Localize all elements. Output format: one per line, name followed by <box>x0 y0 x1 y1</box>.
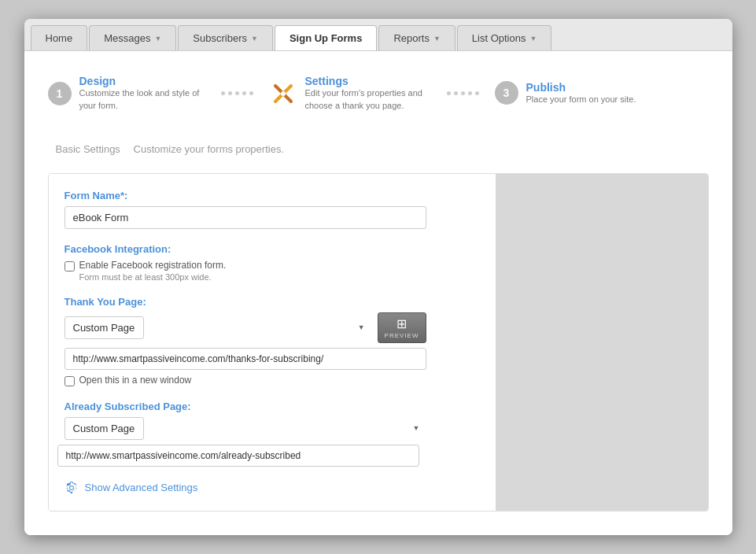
facebook-checkbox-label: Enable Facebook registration form. <box>79 260 227 271</box>
step-1-desc: Customize the look and style of your for… <box>79 87 205 112</box>
advanced-settings-label: Show Advanced Settings <box>85 482 198 493</box>
already-url-input[interactable] <box>57 445 419 467</box>
form-name-input[interactable] <box>65 206 426 229</box>
facebook-label: Facebook Integration: <box>65 243 480 255</box>
top-nav: Home Messages ▼ Subscribers ▼ Sign Up Fo… <box>24 19 732 51</box>
step-dots-1 <box>221 91 253 95</box>
step-3-desc: Place your form on your site. <box>526 94 636 105</box>
main-content: 1 Design Customize the look and style of… <box>24 51 732 535</box>
step-design: 1 Design Customize the look and style of… <box>48 75 205 112</box>
list-options-dropdown-arrow: ▼ <box>529 35 537 42</box>
svg-point-2 <box>281 91 286 96</box>
step-publish: 3 Publish Place your form on your site. <box>495 81 636 105</box>
step-1-number: 1 <box>48 82 72 105</box>
thankyou-url-input[interactable] <box>65 348 426 370</box>
messages-dropdown-arrow: ▼ <box>154 35 161 42</box>
advanced-settings-link[interactable]: Show Advanced Settings <box>65 481 480 495</box>
step-2-desc: Edit your form's properties and choose a… <box>305 87 431 112</box>
already-select[interactable]: Custom Page <box>65 417 144 440</box>
facebook-note: Form must be at least 300px wide. <box>79 272 227 282</box>
thankyou-new-window-label: Open this in a new window <box>79 375 192 386</box>
settings-icon <box>269 79 297 108</box>
thankyou-label: Thank You Page: <box>65 296 480 308</box>
step-settings: Settings Edit your form's properties and… <box>269 75 431 112</box>
step-dots-2 <box>447 91 479 95</box>
form-preview-panel <box>496 174 708 511</box>
already-label: Already Subscribed Page: <box>65 401 480 412</box>
thankyou-select[interactable]: Custom Page <box>65 316 144 339</box>
reports-dropdown-arrow: ▼ <box>433 35 441 42</box>
gear-icon <box>65 481 79 495</box>
page-title: Basic Settings Customize your forms prop… <box>48 135 709 157</box>
nav-list-options[interactable]: List Options ▼ <box>457 25 552 50</box>
form-panel: Form Name*: Facebook Integration: Enable… <box>48 173 709 512</box>
preview-label: PREVIEW <box>385 332 419 339</box>
thankyou-group: Thank You Page: Custom Page ⊞ PREVIEW <box>65 296 480 386</box>
nav-home[interactable]: Home <box>31 25 88 50</box>
page-subtitle: Customize your forms properties. <box>134 143 284 155</box>
form-left: Form Name*: Facebook Integration: Enable… <box>49 174 496 511</box>
facebook-checkbox[interactable] <box>65 261 75 271</box>
already-group: Already Subscribed Page: Custom Page → <box>65 401 480 467</box>
preview-icon: ⊞ <box>396 316 407 331</box>
thankyou-new-window-checkbox[interactable] <box>65 376 75 386</box>
step-3-title: Publish <box>526 81 636 94</box>
nav-reports[interactable]: Reports ▼ <box>378 25 455 50</box>
form-name-group: Form Name*: <box>65 190 480 229</box>
subscribers-dropdown-arrow: ▼ <box>251 35 258 42</box>
facebook-group: Facebook Integration: Enable Facebook re… <box>65 243 480 282</box>
nav-subscribers[interactable]: Subscribers ▼ <box>178 25 273 50</box>
step-2-title: Settings <box>305 75 431 87</box>
nav-signup-forms[interactable]: Sign Up Forms <box>275 25 377 50</box>
red-arrow-icon: → <box>48 441 51 466</box>
form-name-label: Form Name*: <box>65 190 480 201</box>
preview-button[interactable]: ⊞ PREVIEW <box>378 312 426 343</box>
browser-window: Home Messages ▼ Subscribers ▼ Sign Up Fo… <box>24 19 732 535</box>
steps-bar: 1 Design Customize the look and style of… <box>48 75 709 112</box>
step-1-title: Design <box>79 75 205 87</box>
nav-messages[interactable]: Messages ▼ <box>89 25 176 50</box>
step-3-number: 3 <box>495 81 518 105</box>
